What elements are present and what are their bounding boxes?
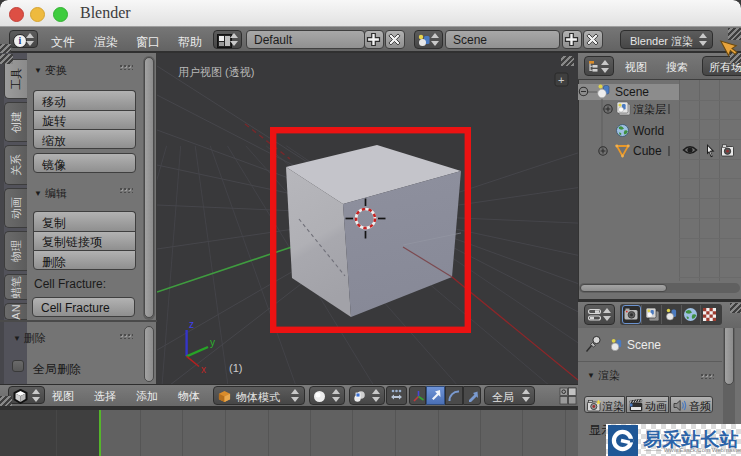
svg-text:Cube: Cube xyxy=(633,144,662,158)
svg-text:y: y xyxy=(210,337,215,348)
svg-text:用户视图 (透视): 用户视图 (透视) xyxy=(178,66,254,78)
svg-text:Scene: Scene xyxy=(615,85,649,99)
svg-text:x: x xyxy=(201,364,206,375)
svg-text:World: World xyxy=(633,124,664,138)
svg-text:z: z xyxy=(189,319,194,330)
svg-text:渲染层: 渲染层 xyxy=(633,103,666,115)
svg-text:(1): (1) xyxy=(229,362,242,374)
svg-text:+: + xyxy=(558,74,564,86)
